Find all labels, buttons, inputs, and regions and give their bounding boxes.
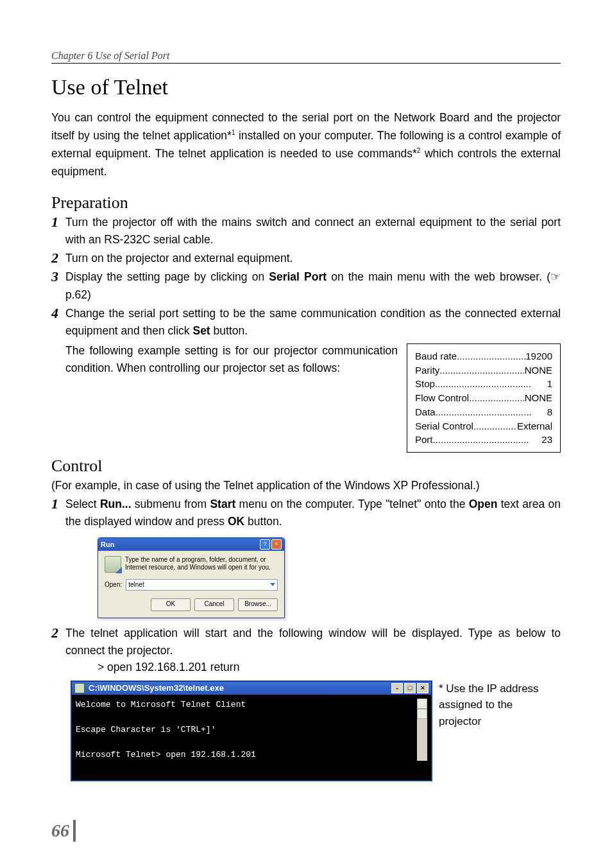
control-step-2: 2 The telnet application will start and … xyxy=(51,625,561,659)
prep-step-1: 1 Turn the projector off with the mains … xyxy=(51,214,561,248)
page-number: 66 xyxy=(51,820,76,842)
run-icon xyxy=(105,556,121,573)
settings-row: Serial ControlExternal xyxy=(415,419,552,433)
v: External xyxy=(517,419,552,433)
telnet-app-icon xyxy=(74,683,85,693)
v: NONE xyxy=(525,391,552,405)
open-field-label: Open: xyxy=(105,581,122,588)
run-description: Type the name of a program, folder, docu… xyxy=(125,556,278,571)
dots xyxy=(473,419,517,433)
k: Port xyxy=(415,433,433,447)
close-icon[interactable]: × xyxy=(271,539,282,550)
line: Microsoft Telnet> open 192.168.1.201 xyxy=(76,750,256,759)
k: Baud rate xyxy=(415,349,457,363)
scroll-up-icon[interactable]: ▴ xyxy=(417,699,427,709)
browse-button[interactable]: Browse... xyxy=(238,598,278,611)
telnet-window: C:\WINDOWS\System32\telnet.exe - □ × Wel… xyxy=(71,681,432,782)
t: menu on the computer. Type "telnet" onto… xyxy=(235,498,468,510)
open-label: Open xyxy=(469,498,498,510)
scroll-track[interactable] xyxy=(417,719,427,761)
settings-row: ParityNONE xyxy=(415,363,552,378)
scrollbar[interactable]: ▴ xyxy=(417,699,427,761)
dots xyxy=(439,363,524,378)
prep-followup: The following example setting is for our… xyxy=(65,342,398,453)
chevron-down-icon[interactable] xyxy=(270,583,275,586)
run-dialog: Run ? × Type the name of a program, fold… xyxy=(98,537,285,618)
dots xyxy=(469,391,524,405)
t: Change the serial port setting to be the… xyxy=(65,307,561,337)
step-number: 3 xyxy=(51,268,65,303)
run-title: Run xyxy=(101,541,259,548)
dots xyxy=(436,405,547,419)
step-text: Display the setting page by clicking on … xyxy=(65,268,561,303)
settings-row: Baud rate19200 xyxy=(415,349,552,363)
line: Escape Character is 'CTRL+]' xyxy=(76,725,216,734)
run-label: Run... xyxy=(100,498,132,510)
settings-row: Port23 xyxy=(415,433,552,447)
telnet-command: > open 192.168.1.201 return xyxy=(98,661,561,674)
ok-label: OK xyxy=(228,515,244,528)
t: submenu from xyxy=(132,498,210,510)
dots xyxy=(435,377,547,391)
line: Welcome to Microsoft Telnet Client xyxy=(76,700,246,709)
step-text: Select Run... submenu from Start menu on… xyxy=(65,496,561,530)
step-number: 1 xyxy=(51,496,65,530)
run-titlebar[interactable]: Run ? × xyxy=(98,538,284,551)
t: Select xyxy=(65,498,100,510)
step-text: Turn the projector off with the mains sw… xyxy=(65,214,561,248)
telnet-output: Welcome to Microsoft Telnet Client Escap… xyxy=(76,699,414,761)
step-number: 1 xyxy=(51,214,65,248)
v: 23 xyxy=(541,433,552,447)
prep-step-2: 2 Turn on the projector and external equ… xyxy=(51,250,561,267)
dots xyxy=(457,349,525,363)
control-step-1: 1 Select Run... submenu from Start menu … xyxy=(51,496,561,530)
maximize-icon[interactable]: □ xyxy=(404,683,416,693)
step-number: 2 xyxy=(51,625,65,659)
ok-button[interactable]: OK xyxy=(151,598,191,611)
set-label: Set xyxy=(192,324,210,337)
telnet-title-text: C:\WINDOWS\System32\telnet.exe xyxy=(89,683,390,693)
step-text: Turn on the projector and external equip… xyxy=(65,250,561,267)
telnet-body[interactable]: Welcome to Microsoft Telnet Client Escap… xyxy=(72,695,431,781)
control-heading: Control xyxy=(51,456,561,476)
control-note: (For example, in case of using the Telne… xyxy=(51,477,561,494)
settings-box: Baud rate19200 ParityNONE Stop1 Flow Con… xyxy=(407,343,561,453)
settings-row: Data8 xyxy=(415,405,552,419)
open-input[interactable]: telnet xyxy=(126,579,278,591)
v: NONE xyxy=(525,363,552,378)
ip-note: * Use the IP address assigned to the pro… xyxy=(439,681,554,730)
settings-row: Stop1 xyxy=(415,377,552,391)
v: 1 xyxy=(547,377,552,391)
close-icon[interactable]: × xyxy=(417,683,429,693)
preparation-heading: Preparation xyxy=(51,193,561,213)
v: 8 xyxy=(547,405,552,419)
step-number: 4 xyxy=(51,305,65,340)
step-number: 2 xyxy=(51,250,65,267)
cancel-button[interactable]: Cancel xyxy=(194,598,234,611)
v: 19200 xyxy=(525,349,552,363)
help-icon[interactable]: ? xyxy=(260,539,270,550)
step-text: The telnet application will start and th… xyxy=(65,625,561,659)
scroll-thumb[interactable] xyxy=(417,709,427,719)
start-label: Start xyxy=(210,498,235,510)
k: Stop xyxy=(415,377,435,391)
prep-step-3: 3 Display the setting page by clicking o… xyxy=(51,268,561,303)
intro-paragraph: You can control the equipment connected … xyxy=(51,108,561,180)
minimize-icon[interactable]: - xyxy=(391,683,403,693)
k: Flow Control xyxy=(415,391,469,405)
prep-step-4: 4 Change the serial port setting to be t… xyxy=(51,305,561,340)
settings-row: Flow ControlNONE xyxy=(415,391,552,405)
k: Parity xyxy=(415,363,439,378)
step-text: Change the serial port setting to be the… xyxy=(65,305,561,340)
telnet-titlebar[interactable]: C:\WINDOWS\System32\telnet.exe - □ × xyxy=(72,682,431,695)
k: Serial Control xyxy=(415,419,473,433)
serial-port-label: Serial Port xyxy=(269,270,327,283)
page-title: Use of Telnet xyxy=(51,75,561,100)
t: button. xyxy=(244,515,282,528)
dots xyxy=(433,433,542,447)
k: Data xyxy=(415,405,436,419)
t: button. xyxy=(210,324,248,337)
t: Display the setting page by clicking on xyxy=(65,270,269,283)
open-input-value: telnet xyxy=(128,581,144,588)
chapter-header: Chapter 6 Use of Serial Port xyxy=(51,50,561,64)
